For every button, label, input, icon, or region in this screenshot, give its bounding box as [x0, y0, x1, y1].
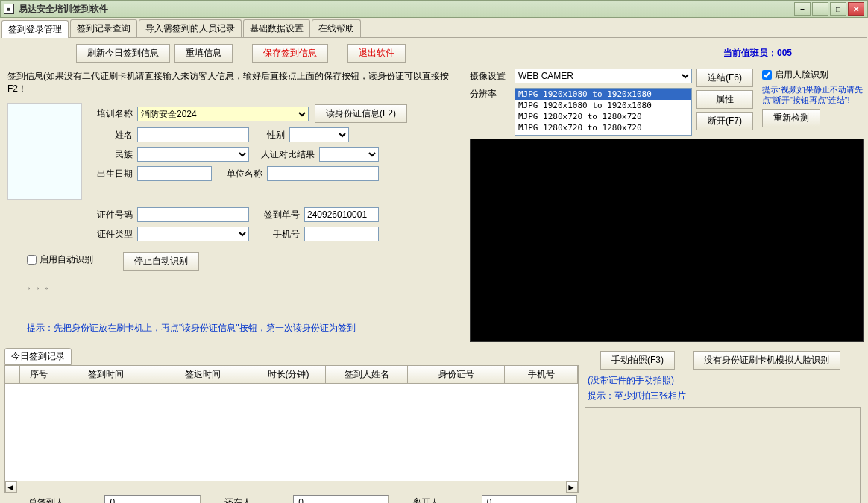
idnum-input[interactable] — [137, 207, 249, 222]
refresh-button[interactable]: 刷新今日签到信息 — [76, 44, 170, 63]
training-select[interactable]: 消防安全2024 — [137, 107, 309, 121]
unit-input[interactable] — [267, 166, 379, 181]
phone-input[interactable] — [304, 227, 379, 241]
camera-tip: 提示:视频如果静止不动请先点"断开"按钮再点"连结"! — [762, 84, 864, 106]
read-id-button[interactable]: 读身份证信息(F2) — [315, 104, 407, 123]
gender-select[interactable] — [289, 127, 349, 142]
name-input[interactable] — [137, 127, 249, 142]
redetect-button[interactable]: 重新检测 — [762, 109, 820, 127]
today-records-tab[interactable]: 今日签到记录 — [4, 348, 72, 365]
total-value: 0 — [104, 495, 200, 503]
h-scrollbar[interactable]: ◄► — [5, 481, 578, 493]
compare-select[interactable] — [319, 147, 379, 162]
phone-label: 手机号 — [255, 228, 300, 241]
refill-button[interactable]: 重填信息 — [174, 44, 233, 63]
minimize2-icon[interactable]: _ — [812, 2, 828, 16]
ethnicity-select[interactable] — [137, 147, 249, 162]
name-label: 姓名 — [85, 129, 133, 142]
col-checkin[interactable]: 签到时间 — [57, 366, 154, 383]
idnum-label: 证件号码 — [85, 209, 133, 221]
present-value: 0 — [293, 495, 389, 503]
left-value: 0 — [482, 495, 577, 503]
col-seq[interactable]: 序号 — [20, 366, 57, 383]
total-label: 总签到人数： — [6, 495, 103, 503]
birth-input[interactable] — [137, 166, 212, 181]
idtype-select[interactable] — [137, 227, 249, 241]
disconnect-button[interactable]: 断开(F7) — [696, 112, 753, 130]
hint-blue: 提示：先把身份证放在刷卡机上，再点"读身份证信息"按钮，第一次读身份证为签到 — [4, 317, 467, 339]
res-option[interactable]: MJPG 1920x1080 to 1920x1080 — [515, 89, 691, 100]
status-dots: 。。。 — [4, 276, 467, 295]
cam-res-label: 分辨率 — [470, 88, 512, 101]
minimize-icon[interactable]: – — [794, 2, 811, 16]
cam-device-select[interactable]: WEB CAMER — [515, 69, 692, 83]
compare-label: 人证对比结果 — [255, 148, 315, 161]
manual-tip2: 提示：至少抓拍三张相片 — [582, 388, 864, 404]
idtype-label: 证件类型 — [85, 228, 133, 241]
app-icon — [4, 4, 14, 14]
grid-corner — [5, 366, 20, 383]
present-label: 还在人数： — [202, 495, 292, 503]
col-idnum[interactable]: 身份证号 — [408, 366, 505, 383]
tab-checkin-manage[interactable]: 签到登录管理 — [1, 20, 69, 38]
save-button[interactable]: 保存签到信息 — [252, 44, 328, 63]
serial-label: 签到单号 — [255, 209, 300, 221]
photo-capture-box — [585, 407, 861, 503]
connect-button[interactable]: 连结(F6) — [696, 69, 753, 87]
tab-base-data[interactable]: 基础数据设置 — [243, 19, 310, 37]
res-option[interactable]: MJPG 1280x720 to 1280x720 — [515, 122, 691, 133]
res-option[interactable]: MJPG 640x480 to 640x480 — [515, 133, 691, 136]
face-checkbox[interactable]: 启用人脸识别 — [762, 69, 864, 81]
stop-auto-button[interactable]: 停止自动识别 — [123, 252, 199, 271]
gender-label: 性别 — [255, 129, 285, 142]
simulate-face-button[interactable]: 没有身份证刷卡机模拟人脸识别 — [693, 351, 840, 370]
ethnicity-label: 民族 — [85, 148, 133, 161]
col-duration[interactable]: 时长(分钟) — [251, 366, 326, 383]
left-label: 离开人数： — [390, 495, 479, 503]
birth-label: 出生日期 — [85, 168, 133, 180]
manual-photo-button[interactable]: 手动拍照(F3) — [600, 351, 675, 370]
window-title: 易达安全培训签到软件 — [19, 3, 794, 16]
serial-input[interactable] — [304, 207, 379, 222]
photo-placeholder — [7, 103, 82, 200]
close-icon[interactable]: ✕ — [848, 2, 864, 16]
res-option[interactable]: MJPG 1920x1080 to 1920x1080 — [515, 100, 691, 111]
grid-body — [5, 384, 578, 481]
col-checkout[interactable]: 签退时间 — [154, 366, 251, 383]
unit-label: 单位名称 — [218, 168, 262, 180]
col-phone[interactable]: 手机号 — [505, 366, 578, 383]
video-preview — [470, 139, 864, 342]
tab-help[interactable]: 在线帮助 — [312, 19, 361, 37]
operator-label: 当前值班员：005 — [723, 47, 792, 60]
manual-tip1: (没带证件的手动拍照) — [582, 373, 864, 388]
auto-recognize-checkbox[interactable]: 启用自动识别 — [27, 253, 93, 266]
maximize-icon[interactable]: □ — [830, 2, 846, 16]
col-name[interactable]: 签到人姓名 — [326, 366, 408, 383]
tab-record-query[interactable]: 签到记录查询 — [70, 19, 137, 37]
res-option[interactable]: MJPG 1280x720 to 1280x720 — [515, 111, 691, 122]
cam-device-label: 摄像设置 — [470, 70, 512, 83]
tab-import[interactable]: 导入需签到的人员记录 — [139, 19, 242, 37]
resolution-listbox[interactable]: MJPG 1920x1080 to 1920x1080 MJPG 1920x10… — [515, 88, 692, 136]
form-hint: 签到信息(如果没有二代证刷卡机请直接输入来访客人信息，输好后直接点上面的保存按钮… — [4, 69, 467, 97]
training-label: 培训名称 — [85, 107, 133, 120]
props-button[interactable]: 属性 — [696, 90, 753, 109]
exit-button[interactable]: 退出软件 — [347, 44, 406, 63]
records-grid[interactable]: 序号 签到时间 签退时间 时长(分钟) 签到人姓名 身份证号 手机号 ◄► — [4, 365, 579, 493]
